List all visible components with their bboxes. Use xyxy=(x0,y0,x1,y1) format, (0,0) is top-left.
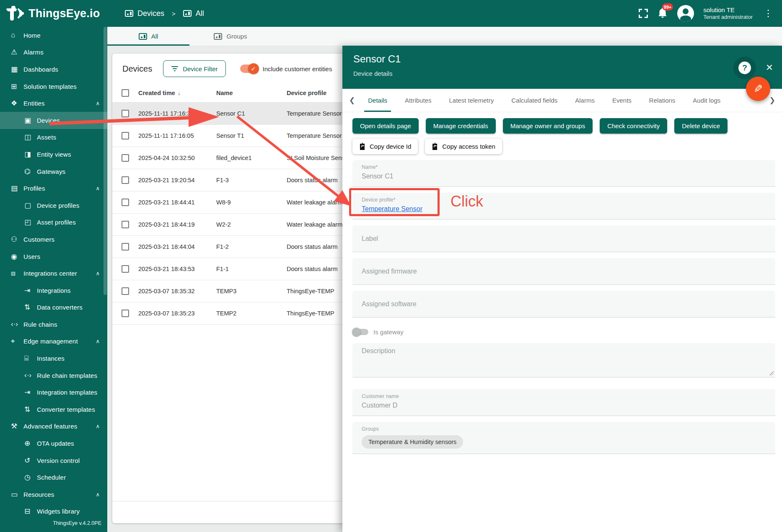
tab-groups[interactable]: Groups xyxy=(189,27,272,46)
row-checkbox[interactable] xyxy=(122,132,129,139)
assigned-firmware-placeholder: Assigned firmware xyxy=(362,268,417,275)
collapse-chevron-icon[interactable]: ∧ xyxy=(96,100,100,106)
tabs-scroll-left-icon[interactable]: ❮ xyxy=(345,96,359,105)
row-checkbox[interactable] xyxy=(122,221,129,228)
sidebar-item-widgets-library[interactable]: ⊟Widgets library xyxy=(0,503,107,520)
tab-audit-logs[interactable]: Audit logs xyxy=(684,89,729,112)
device-profile-link[interactable]: Temperature Sensor xyxy=(362,205,422,213)
copy-access-token-button[interactable]: Copy access token xyxy=(425,139,502,154)
row-checkbox[interactable] xyxy=(122,287,129,295)
sidebar-item-gateways[interactable]: ⌬Gateways xyxy=(0,163,107,180)
tab-events[interactable]: Events xyxy=(603,89,640,112)
collapse-chevron-icon[interactable]: ∧ xyxy=(96,491,100,498)
collapse-chevron-icon[interactable]: ∧ xyxy=(96,423,100,429)
tab-relations[interactable]: Relations xyxy=(640,89,684,112)
check-connectivity-button[interactable]: Check connectivity xyxy=(600,118,667,134)
sidebar-item-integrations[interactable]: ⇥Integrations xyxy=(0,282,107,299)
row-checkbox[interactable] xyxy=(122,154,129,162)
assigned-firmware-field[interactable]: Assigned firmware xyxy=(352,258,775,285)
sidebar-item-advanced-features[interactable]: ⚒Advanced features∧ xyxy=(0,418,107,435)
app-logo[interactable]: ThingsEye.io xyxy=(0,6,105,21)
logo-text: ThingsEye.io xyxy=(28,7,100,20)
sidebar-item-ota-updates[interactable]: ⊕OTA updates xyxy=(0,435,107,452)
assigned-software-field[interactable]: Assigned software xyxy=(352,291,775,318)
description-field[interactable]: Description xyxy=(352,343,775,377)
tab-details[interactable]: Details xyxy=(359,89,396,112)
sidebar-item-scheduler[interactable]: ◷Scheduler xyxy=(0,469,107,486)
device-filter-button[interactable]: Device Filter xyxy=(163,60,225,77)
sidebar-item-home[interactable]: ⌂Home xyxy=(0,27,107,44)
select-all-checkbox[interactable] xyxy=(122,89,129,97)
breadcrumb-devices[interactable]: Devices xyxy=(137,9,164,18)
copy-device-id-button[interactable]: Copy device Id xyxy=(352,139,418,154)
sidebar-item-entity-views[interactable]: ◨Entity views xyxy=(0,146,107,163)
tabs-scroll-right-icon[interactable]: ❯ xyxy=(765,96,779,105)
tab-attributes[interactable]: Attributes xyxy=(396,89,440,112)
sidebar-item-edge-management[interactable]: ⌖Edge management∧ xyxy=(0,333,107,350)
sidebar-item-alarms[interactable]: ⚠Alarms xyxy=(0,44,107,61)
sidebar-item-data-converters[interactable]: ⇅Data converters xyxy=(0,299,107,316)
sidebar-item-rule-chains[interactable]: ‹·›Rule chains xyxy=(0,316,107,333)
resize-handle[interactable] xyxy=(769,371,774,375)
sidebar-item-integrations-center[interactable]: ⧈Integrations center∧ xyxy=(0,265,107,282)
instances-icon: ⌸ xyxy=(24,354,37,363)
device-profile-field[interactable]: Device profile* Temperature Sensor xyxy=(352,193,775,220)
devices-icon: ▣ xyxy=(24,116,37,125)
more-menu-icon[interactable]: ⋮ xyxy=(762,8,774,19)
app-version: ThingsEye v.4.2.0PE xyxy=(53,520,101,526)
row-checkbox[interactable] xyxy=(122,110,129,117)
group-chip[interactable]: Temperature & Humidity sensors xyxy=(362,435,463,449)
sidebar-item-solution-templates[interactable]: ⊞Solution templates xyxy=(0,78,107,95)
user-info[interactable]: solution TE Tenant administrator xyxy=(703,6,753,21)
sidebar-item-dashboards[interactable]: ▦Dashboards xyxy=(0,61,107,78)
column-name[interactable]: Name xyxy=(216,90,287,96)
tab-alarms[interactable]: Alarms xyxy=(566,89,603,112)
breadcrumb-all[interactable]: All xyxy=(196,9,204,18)
sidebar-item-devices[interactable]: ▣Devices xyxy=(0,112,107,129)
solution-templates-icon: ⊞ xyxy=(11,82,23,91)
sidebar-item-asset-profiles[interactable]: ◰Asset profiles xyxy=(0,214,107,231)
tab-latest-telemetry[interactable]: Latest telemetry xyxy=(440,89,502,112)
delete-device-button[interactable]: Delete device xyxy=(674,118,728,134)
avatar[interactable] xyxy=(677,5,694,22)
sidebar-item-converter-templates[interactable]: ⇅Converter templates xyxy=(0,401,107,418)
label-field[interactable]: Label xyxy=(352,225,775,252)
integration-templates-icon: ⇥ xyxy=(24,388,37,397)
sidebar-item-device-profiles[interactable]: ▢Device profiles xyxy=(0,197,107,214)
sidebar-item-instances[interactable]: ⌸Instances xyxy=(0,350,107,367)
row-checkbox[interactable] xyxy=(122,199,129,206)
assets-icon: ◫ xyxy=(24,133,37,142)
entity-views-icon: ◨ xyxy=(24,150,37,159)
sidebar-item-assets[interactable]: ◫Assets xyxy=(0,129,107,146)
include-customer-entities-toggle[interactable]: ✓ xyxy=(240,65,258,73)
name-field[interactable]: Name* Sensor C1 xyxy=(352,160,775,187)
tab-all[interactable]: All xyxy=(107,27,189,46)
manage-owner-groups-button[interactable]: Manage owner and groups xyxy=(503,118,593,134)
row-checkbox[interactable] xyxy=(122,265,129,273)
sidebar-item-rule-chain-templates[interactable]: ‹·›Rule chain templates xyxy=(0,367,107,384)
collapse-chevron-icon[interactable]: ∧ xyxy=(96,338,100,344)
manage-credentials-button[interactable]: Manage credentials xyxy=(426,118,496,134)
column-created-time[interactable]: Created time↓ xyxy=(138,90,216,96)
open-details-page-button[interactable]: Open details page xyxy=(352,118,419,134)
edit-fab[interactable]: ✎ xyxy=(746,77,770,101)
sidebar-item-profiles[interactable]: ▤Profiles∧ xyxy=(0,180,107,197)
notifications-button[interactable]: 99+ xyxy=(657,7,668,20)
fullscreen-icon[interactable] xyxy=(639,9,648,18)
row-checkbox[interactable] xyxy=(122,176,129,184)
sidebar-item-entities[interactable]: ❖Entities∧ xyxy=(0,95,107,112)
close-icon[interactable]: × xyxy=(766,62,773,73)
sidebar-scrollbar[interactable] xyxy=(104,27,107,295)
row-checkbox[interactable] xyxy=(122,243,129,251)
is-gateway-toggle[interactable] xyxy=(353,329,368,335)
help-button[interactable]: ? xyxy=(733,57,756,79)
sidebar-item-customers[interactable]: ⚇Customers xyxy=(0,231,107,248)
tab-calculated-fields[interactable]: Calculated fields xyxy=(502,89,566,112)
sidebar-item-integration-templates[interactable]: ⇥Integration templates xyxy=(0,384,107,401)
row-checkbox[interactable] xyxy=(122,310,129,317)
sidebar-item-users[interactable]: ◉Users xyxy=(0,248,107,265)
sidebar-item-resources[interactable]: ▭Resources∧ xyxy=(0,486,107,503)
collapse-chevron-icon[interactable]: ∧ xyxy=(96,185,100,191)
collapse-chevron-icon[interactable]: ∧ xyxy=(96,270,100,276)
sidebar-item-version-control[interactable]: ↺Version control xyxy=(0,452,107,469)
